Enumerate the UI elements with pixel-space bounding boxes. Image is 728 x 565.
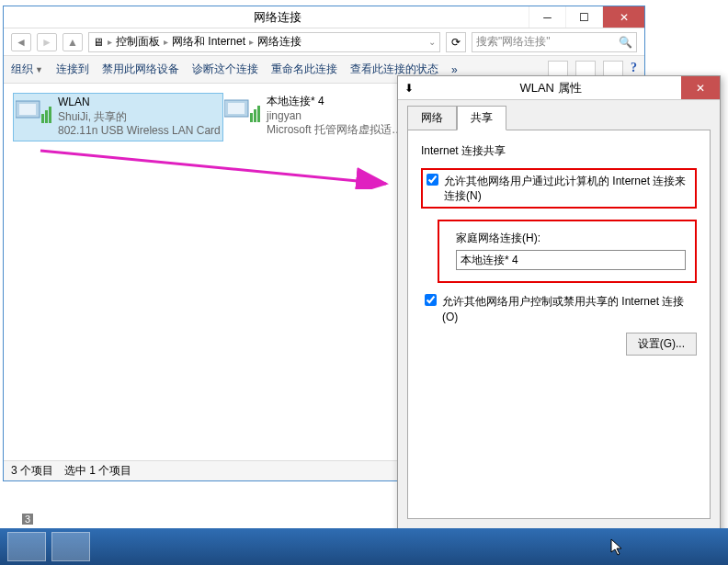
titlebar: 网络连接 ─ ☐ ✕ [4, 6, 644, 28]
toolbar-overflow[interactable]: » [451, 63, 458, 76]
adapter-device: Microsoft 托管网络虚拟适… [267, 123, 403, 138]
search-input[interactable]: 搜索"网络连接" 🔍 [472, 32, 637, 52]
forward-button[interactable]: ► [37, 33, 57, 51]
adapter-name: 本地连接* 4 [267, 95, 403, 109]
home-connection-label: 家庭网络连接(H): [456, 231, 686, 246]
item-count: 3 个项目 [11, 463, 53, 479]
adapter-local4[interactable]: 本地连接* 4 jingyan Microsoft 托管网络虚拟适… [224, 95, 403, 138]
crumb-1[interactable]: 网络和 Internet [172, 34, 245, 50]
svg-rect-6 [228, 103, 245, 114]
allow-sharing-checkbox[interactable] [427, 174, 438, 186]
dialog-titlebar: ⬇ WLAN 属性 ✕ [398, 76, 720, 100]
crumb-2[interactable]: 网络连接 [257, 34, 301, 50]
adapter-name: WLAN [58, 96, 221, 110]
allow-control-checkbox[interactable] [425, 294, 437, 306]
adapter-status: jingyan [267, 109, 403, 124]
dialog-close-button[interactable]: ✕ [681, 76, 720, 99]
window-title: 网络连接 [26, 9, 529, 26]
toolbar-rename[interactable]: 重命名此连接 [271, 62, 337, 77]
desktop-badge: 3 [22, 514, 33, 525]
tab-strip: 网络 共享 [407, 106, 711, 130]
tab-panel-sharing: Internet 连接共享 允许其他网络用户通过此计算机的 Internet 连… [407, 130, 711, 519]
caption-buttons: ─ ☐ ✕ [529, 6, 644, 28]
allow-sharing-checkbox-row[interactable]: 允许其他网络用户通过此计算机的 Internet 连接来连接(N) [427, 174, 691, 203]
dialog-icon: ⬇ [398, 82, 420, 95]
svg-rect-3 [45, 110, 48, 123]
maximize-button[interactable]: ☐ [565, 6, 602, 28]
adapter-status: ShuiJi, 共享的 [58, 110, 221, 125]
dialog-title: WLAN 属性 [420, 80, 681, 96]
svg-rect-1 [19, 104, 36, 115]
breadcrumb[interactable]: 🖥 ▸ 控制面板 ▸ 网络和 Internet ▸ 网络连接 ⌄ [88, 32, 440, 52]
svg-rect-7 [250, 113, 253, 122]
tab-sharing[interactable]: 共享 [457, 106, 506, 130]
cursor-icon [610, 538, 623, 557]
adapter-wlan[interactable]: WLAN ShuiJi, 共享的 802.11n USB Wireless LA… [13, 93, 223, 141]
close-button[interactable]: ✕ [602, 6, 644, 28]
highlight-box: 家庭网络连接(H): [438, 220, 697, 283]
toolbar-diagnose[interactable]: 诊断这个连接 [192, 62, 258, 77]
group-title: Internet 连接共享 [421, 143, 697, 159]
toolbar-organize[interactable]: 组织▼ [11, 62, 43, 77]
svg-rect-8 [254, 109, 256, 122]
back-button[interactable]: ◄ [11, 33, 31, 51]
toolbar-connect[interactable]: 连接到 [56, 62, 89, 77]
allow-control-label: 允许其他网络用户控制或禁用共享的 Internet 连接(O) [442, 294, 697, 323]
network-adapter-icon [224, 95, 261, 126]
search-icon: 🔍 [619, 36, 632, 49]
search-placeholder: 搜索"网络连接" [476, 34, 551, 50]
tab-network[interactable]: 网络 [407, 106, 457, 130]
svg-rect-9 [257, 106, 260, 122]
refresh-button[interactable]: ⟳ [446, 32, 466, 52]
navigation-bar: ◄ ► ▲ 🖥 ▸ 控制面板 ▸ 网络和 Internet ▸ 网络连接 ⌄ ⟳… [4, 28, 644, 56]
svg-rect-4 [49, 107, 51, 123]
highlight-box: 允许其他网络用户通过此计算机的 Internet 连接来连接(N) [421, 168, 697, 209]
network-adapter-icon [16, 96, 52, 127]
folder-icon: 🖥 [93, 36, 104, 49]
crumb-0[interactable]: 控制面板 [116, 34, 160, 50]
home-connection-select[interactable] [456, 250, 686, 270]
allow-sharing-label: 允许其他网络用户通过此计算机的 Internet 连接来连接(N) [444, 174, 691, 203]
up-button[interactable]: ▲ [63, 33, 83, 51]
svg-rect-2 [41, 114, 44, 123]
settings-button[interactable]: 设置(G)... [626, 333, 697, 356]
selection-count: 选中 1 个项目 [64, 463, 131, 479]
taskbar-item[interactable] [51, 532, 90, 561]
adapter-device: 802.11n USB Wireless LAN Card [58, 124, 221, 139]
wlan-properties-dialog: ⬇ WLAN 属性 ✕ 网络 共享 Internet 连接共享 允许其他网络用户… [397, 75, 721, 557]
minimize-button[interactable]: ─ [529, 6, 565, 28]
toolbar-disable[interactable]: 禁用此网络设备 [102, 62, 179, 77]
allow-control-checkbox-row[interactable]: 允许其他网络用户控制或禁用共享的 Internet 连接(O) [425, 294, 697, 323]
taskbar-item[interactable] [7, 532, 46, 561]
